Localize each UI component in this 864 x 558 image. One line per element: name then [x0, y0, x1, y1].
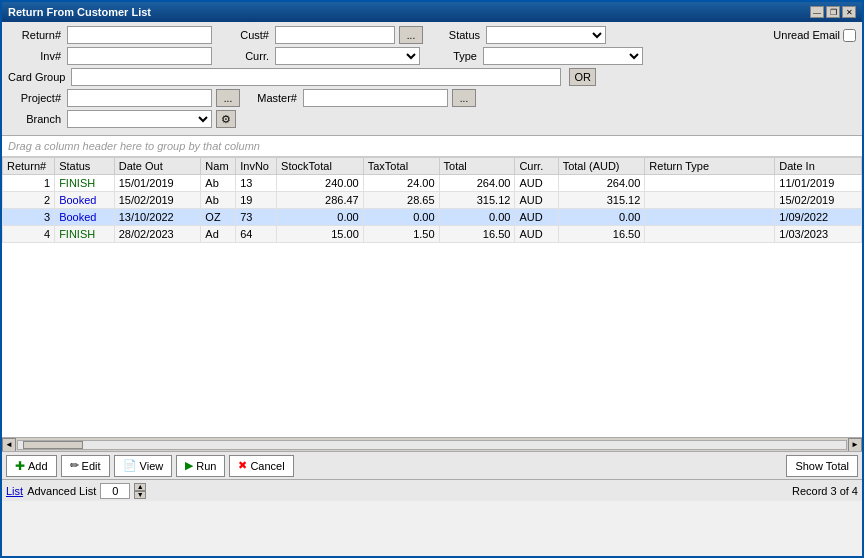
counter-up-button[interactable]: ▲ — [134, 483, 146, 491]
add-icon: ✚ — [15, 459, 25, 473]
col-header-tax-total[interactable]: TaxTotal — [363, 158, 439, 175]
record-info: Record 3 of 4 — [792, 485, 858, 497]
run-icon: ▶ — [185, 459, 193, 472]
branch-label: Branch — [8, 113, 63, 125]
cancel-button[interactable]: ✖ Cancel — [229, 455, 293, 477]
grid-area[interactable]: Return# Status Date Out Nam InvNo StockT… — [2, 157, 862, 437]
scroll-right-button[interactable]: ► — [848, 438, 862, 452]
restore-button[interactable]: ❐ — [826, 6, 840, 18]
col-header-total-aud[interactable]: Total (AUD) — [558, 158, 645, 175]
edit-icon: ✏ — [70, 459, 79, 472]
project-dots-button[interactable]: ... — [216, 89, 240, 107]
status-bar: List Advanced List ▲ ▼ Record 3 of 4 — [2, 479, 862, 501]
col-header-name[interactable]: Nam — [201, 158, 236, 175]
grid-header-row: Return# Status Date Out Nam InvNo StockT… — [3, 158, 862, 175]
col-header-invno[interactable]: InvNo — [236, 158, 277, 175]
col-header-total[interactable]: Total — [439, 158, 515, 175]
curr-select[interactable] — [275, 47, 420, 65]
counter-input[interactable] — [100, 483, 130, 499]
title-bar: Return From Customer List — ❐ ✕ — [2, 2, 862, 22]
col-header-date-in[interactable]: Date In — [775, 158, 862, 175]
edit-button[interactable]: ✏ Edit — [61, 455, 110, 477]
add-button[interactable]: ✚ Add — [6, 455, 57, 477]
return-input[interactable] — [67, 26, 212, 44]
form-area: Return# Cust# ... Status Unread Email In… — [2, 22, 862, 136]
scroll-thumb — [23, 441, 83, 449]
window-title: Return From Customer List — [8, 6, 151, 18]
project-input[interactable] — [67, 89, 212, 107]
table-row[interactable]: 3Booked13/10/2022OZ730.000.000.00AUD0.00… — [3, 209, 862, 226]
status-select[interactable] — [486, 26, 606, 44]
master-input[interactable] — [303, 89, 448, 107]
status-label: Status — [427, 29, 482, 41]
master-label: Master# — [244, 92, 299, 104]
inv-input[interactable] — [67, 47, 212, 65]
col-header-return-num[interactable]: Return# — [3, 158, 55, 175]
form-row-1: Return# Cust# ... Status Unread Email — [8, 26, 856, 44]
unread-email-checkbox[interactable] — [843, 29, 856, 42]
grid-body: 1FINISH15/01/2019Ab13240.0024.00264.00AU… — [3, 175, 862, 243]
col-header-stock-total[interactable]: StockTotal — [277, 158, 364, 175]
data-grid: Return# Status Date Out Nam InvNo StockT… — [2, 157, 862, 243]
form-row-5: Branch ⚙ — [8, 110, 856, 128]
run-button[interactable]: ▶ Run — [176, 455, 225, 477]
unread-email-group: Unread Email — [773, 29, 856, 42]
advanced-list-label: Advanced List — [27, 485, 96, 497]
col-header-return-type[interactable]: Return Type — [645, 158, 775, 175]
bottom-bar: ✚ Add ✏ Edit 📄 View ▶ Run ✖ Cancel Show … — [2, 451, 862, 479]
return-label: Return# — [8, 29, 63, 41]
or-button[interactable]: OR — [569, 68, 596, 86]
curr-label: Curr. — [216, 50, 271, 62]
title-bar-buttons: — ❐ ✕ — [810, 6, 856, 18]
gear-icon: ⚙ — [221, 113, 231, 126]
form-row-2: Inv# Curr. Type — [8, 47, 856, 65]
master-dots-button[interactable]: ... — [452, 89, 476, 107]
branch-select[interactable] — [67, 110, 212, 128]
scroll-track[interactable] — [17, 440, 847, 450]
scrollbar-area: ◄ ► — [2, 437, 862, 451]
show-total-button[interactable]: Show Total — [786, 455, 858, 477]
table-row[interactable]: 2Booked15/02/2019Ab19286.4728.65315.12AU… — [3, 192, 862, 209]
table-row[interactable]: 4FINISH28/02/2023Ad6415.001.5016.50AUD16… — [3, 226, 862, 243]
view-icon: 📄 — [123, 459, 137, 472]
form-row-4: Project# ... Master# ... — [8, 89, 856, 107]
view-button[interactable]: 📄 View — [114, 455, 173, 477]
counter-stepper: ▲ ▼ — [134, 483, 146, 499]
unread-email-label: Unread Email — [773, 29, 840, 41]
col-header-date-out[interactable]: Date Out — [114, 158, 201, 175]
cust-dots-button[interactable]: ... — [399, 26, 423, 44]
counter-down-button[interactable]: ▼ — [134, 491, 146, 499]
scroll-left-button[interactable]: ◄ — [2, 438, 16, 452]
drag-hint: Drag a column header here to group by th… — [2, 136, 862, 157]
gear-button[interactable]: ⚙ — [216, 110, 236, 128]
type-select[interactable] — [483, 47, 643, 65]
cardgroup-input[interactable] — [71, 68, 561, 86]
minimize-button[interactable]: — — [810, 6, 824, 18]
type-label: Type — [424, 50, 479, 62]
main-window: Return From Customer List — ❐ ✕ Return# … — [0, 0, 864, 558]
table-row[interactable]: 1FINISH15/01/2019Ab13240.0024.00264.00AU… — [3, 175, 862, 192]
project-label: Project# — [8, 92, 63, 104]
inv-label: Inv# — [8, 50, 63, 62]
form-row-3: Card Group OR — [8, 68, 856, 86]
close-button[interactable]: ✕ — [842, 6, 856, 18]
cancel-icon: ✖ — [238, 459, 247, 472]
col-header-status[interactable]: Status — [55, 158, 115, 175]
col-header-curr[interactable]: Curr. — [515, 158, 558, 175]
cust-label: Cust# — [216, 29, 271, 41]
cust-input[interactable] — [275, 26, 395, 44]
cardgroup-label: Card Group — [8, 71, 67, 83]
list-link[interactable]: List — [6, 485, 23, 497]
